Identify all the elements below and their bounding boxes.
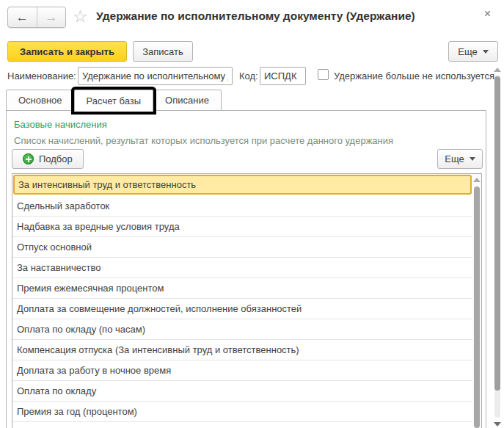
list-item[interactable]: Отпуск основной <box>12 237 472 258</box>
list-item[interactable]: Оплата по окладу (по часам) <box>12 319 472 340</box>
save-button[interactable]: Записать <box>133 41 193 62</box>
more-button-list[interactable]: Еще <box>437 149 483 169</box>
forward-button[interactable]: → <box>37 7 66 27</box>
window-title: Удержание по исполнительному документу (… <box>96 10 415 23</box>
list-item[interactable]: За наставничество <box>12 258 472 278</box>
list-item[interactable]: За интенсивный труд и ответственность <box>13 175 472 195</box>
scroll-down-icon[interactable] <box>494 422 501 427</box>
name-field-label: Наименование: <box>7 70 76 81</box>
scroll-up-icon[interactable] <box>473 178 481 182</box>
back-button[interactable]: ← <box>8 7 37 27</box>
more-label: Еще <box>458 46 477 57</box>
forward-arrow-icon: → <box>45 10 57 25</box>
list-item[interactable]: Компенсация отпуска (За интенсивный труд… <box>12 340 472 360</box>
list-item[interactable]: Оплата по окладу <box>12 381 472 402</box>
window-scrollbar-thumb[interactable] <box>494 76 500 391</box>
more-label: Еще <box>445 153 464 164</box>
code-input[interactable] <box>260 67 306 85</box>
pick-button[interactable]: Подбор <box>12 149 84 169</box>
code-field-label: Код: <box>239 70 258 81</box>
tab-description[interactable]: Описание <box>153 90 222 111</box>
close-icon[interactable]: × <box>484 7 491 21</box>
tab-base-calculation[interactable]: Расчет базы <box>74 90 154 112</box>
deduction-not-used-checkbox[interactable] <box>318 69 329 80</box>
chevron-down-icon <box>470 157 475 161</box>
list-scrollbar[interactable] <box>472 174 481 428</box>
favorite-star-icon[interactable]: ☆ <box>73 6 88 26</box>
window-scrollbar[interactable] <box>493 66 502 428</box>
list-scrollbar-thumb[interactable] <box>474 186 480 428</box>
list-rows: За интенсивный труд и ответственностьСде… <box>12 174 472 428</box>
name-input[interactable] <box>78 67 233 85</box>
list-item[interactable]: Премия за год (процентом) <box>12 402 472 422</box>
form-tabs: Основное Расчет базы Описание <box>6 90 221 111</box>
list-item[interactable]: Надбавка за вредные условия труда <box>12 217 472 237</box>
save-label: Записать <box>142 46 183 57</box>
list-item[interactable]: Доплата за совмещение должностей, исполн… <box>12 299 472 319</box>
back-arrow-icon: ← <box>16 10 29 25</box>
tab-main[interactable]: Основное <box>6 90 75 111</box>
base-calculation-panel: Базовые начисления Список начислений, ре… <box>6 110 486 428</box>
add-plus-icon <box>23 153 34 164</box>
save-and-close-label: Записать и закрыть <box>20 46 114 57</box>
pick-label: Подбор <box>39 153 73 164</box>
list-item[interactable]: Сдельный заработок <box>12 196 472 217</box>
scroll-up-icon[interactable] <box>494 68 501 72</box>
deduction-not-used-label: Удержание больше не используется <box>334 70 494 81</box>
deduction-form-window: ← → ☆ Удержание по исполнительному докум… <box>0 0 504 428</box>
save-and-close-button[interactable]: Записать и закрыть <box>7 41 127 62</box>
section-subtitle: Список начислений, результат которых исп… <box>14 135 393 146</box>
base-accruals-list: За интенсивный труд и ответственностьСде… <box>12 173 482 428</box>
history-nav-group: ← → <box>7 7 66 28</box>
section-title: Базовые начисления <box>14 119 107 130</box>
chevron-down-icon <box>483 50 489 54</box>
list-item[interactable]: Премия ежемесячная процентом <box>12 278 472 299</box>
list-item[interactable]: Доплата за работу в ночное время <box>12 360 472 381</box>
more-button-top[interactable]: Еще <box>448 41 498 62</box>
